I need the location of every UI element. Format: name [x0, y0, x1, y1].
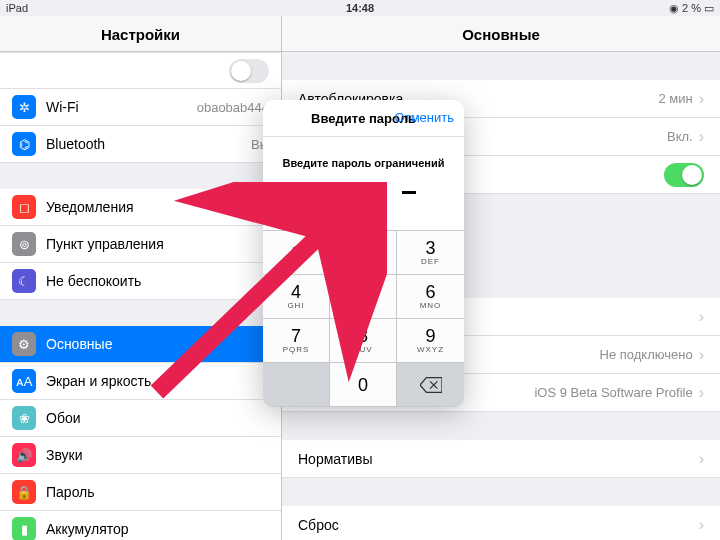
key-1[interactable]: 1: [263, 231, 330, 275]
sidebar-item-display[interactable]: ᴀAЭкран и яркость: [0, 363, 281, 400]
lock-icon: 🔒: [12, 480, 36, 504]
modal-prompt: Введите пароль ограничений: [263, 157, 464, 169]
battery-icon: ▮: [12, 517, 36, 540]
row-regulatory[interactable]: Нормативы›: [282, 440, 720, 478]
sidebar-item-wallpaper[interactable]: ❀Обои: [0, 400, 281, 437]
key-blank: [263, 363, 330, 407]
key-3[interactable]: 3DEF: [397, 231, 464, 275]
key-6[interactable]: 6MNO: [397, 275, 464, 319]
sounds-icon: 🔊: [12, 443, 36, 467]
chevron-right-icon: ›: [699, 516, 704, 534]
sidebar-item-control-center[interactable]: ⊚Пункт управления: [0, 226, 281, 263]
sidebar-item-sounds[interactable]: 🔊Звуки: [0, 437, 281, 474]
status-bar: iPad 14:48 ◉ 2 % ▭: [0, 0, 720, 16]
chevron-right-icon: ›: [699, 450, 704, 468]
airplane-toggle-off[interactable]: [229, 59, 269, 83]
key-0[interactable]: 0: [330, 363, 397, 407]
sidebar-item-bluetooth[interactable]: ⌬BluetoothВы: [0, 126, 281, 163]
right-title: Основные: [282, 16, 720, 52]
wifi-icon: ✲: [12, 95, 36, 119]
sidebar-item-airplane[interactable]: [0, 52, 281, 89]
cancel-button[interactable]: Отменить: [395, 110, 454, 125]
chevron-right-icon: ›: [699, 90, 704, 108]
notifications-icon: ◻: [12, 195, 36, 219]
display-icon: ᴀA: [12, 369, 36, 393]
sidebar-item-battery[interactable]: ▮Аккумулятор: [0, 511, 281, 540]
keypad: 12ABC3DEF4GHI5JKL6MNO7PQRS8TUV9WXYZ0: [263, 230, 464, 407]
sidebar-title: Настройки: [0, 16, 281, 52]
sidebar: Настройки ✲Wi-Fiobaobab444 ⌬BluetoothВы …: [0, 16, 282, 540]
key-8[interactable]: 8TUV: [330, 319, 397, 363]
gear-icon: ⚙: [12, 332, 36, 356]
device-label: iPad: [6, 2, 28, 14]
battery-pct: ◉ 2 % ▭: [669, 2, 714, 15]
status-time: 14:48: [346, 2, 374, 14]
key-delete[interactable]: [397, 363, 464, 407]
chevron-right-icon: ›: [699, 384, 704, 402]
key-2[interactable]: 2ABC: [330, 231, 397, 275]
sidebar-item-dnd[interactable]: ☾Не беспокоить: [0, 263, 281, 300]
row-reset[interactable]: Сброс›: [282, 506, 720, 540]
sidebar-item-passcode[interactable]: 🔒Пароль: [0, 474, 281, 511]
wallpaper-icon: ❀: [12, 406, 36, 430]
passcode-modal: Введите пароль Отменить Введите пароль о…: [263, 100, 464, 407]
chevron-right-icon: ›: [699, 308, 704, 326]
chevron-right-icon: ›: [699, 128, 704, 146]
toggle-on[interactable]: [664, 163, 704, 187]
sidebar-item-general[interactable]: ⚙Основные: [0, 326, 281, 363]
sidebar-item-notifications[interactable]: ◻Уведомления: [0, 189, 281, 226]
sidebar-item-wifi[interactable]: ✲Wi-Fiobaobab444: [0, 89, 281, 126]
key-4[interactable]: 4GHI: [263, 275, 330, 319]
control-center-icon: ⊚: [12, 232, 36, 256]
chevron-right-icon: ›: [699, 346, 704, 364]
passcode-dashes: [263, 191, 464, 194]
key-7[interactable]: 7PQRS: [263, 319, 330, 363]
dnd-icon: ☾: [12, 269, 36, 293]
bluetooth-icon: ⌬: [12, 132, 36, 156]
key-5[interactable]: 5JKL: [330, 275, 397, 319]
key-9[interactable]: 9WXYZ: [397, 319, 464, 363]
